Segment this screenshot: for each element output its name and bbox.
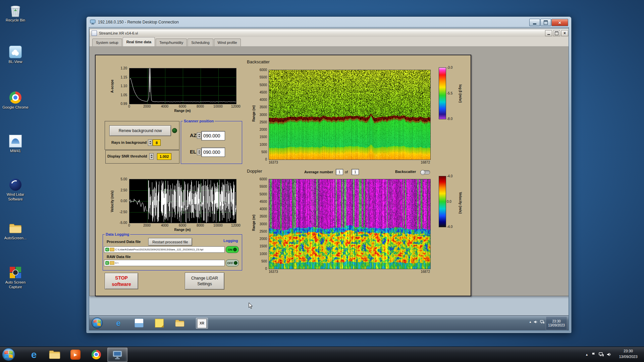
- tick-label: 0.00: [121, 199, 127, 203]
- raw-path-text: C:\: [115, 261, 118, 264]
- system-tray: ▲: [585, 347, 612, 362]
- desktop-icon-bl-view[interactable]: BL-View: [0, 44, 31, 64]
- backscatter-heatmap-canvas: [269, 70, 430, 160]
- remote-taskbar-ie[interactable]: e: [113, 318, 124, 328]
- hidden-icons-arrow[interactable]: ▲: [529, 320, 532, 323]
- tick-label: 4000: [161, 105, 168, 108]
- taskbar-chrome[interactable]: [87, 348, 106, 361]
- app-icon: [92, 31, 97, 36]
- slider-knob[interactable]: [420, 170, 425, 175]
- raw-path-field[interactable]: C C:\: [104, 260, 225, 266]
- desktop-icon-wind-lidar-software[interactable]: Wind Lidar Software: [0, 177, 31, 202]
- network-icon[interactable]: [599, 352, 604, 357]
- raw-logging-toggle[interactable]: OFF: [226, 259, 239, 266]
- tick-label: 4000: [161, 224, 168, 227]
- rdp-titlebar[interactable]: 192.168.0.150 - Remote Desktop Connectio…: [87, 17, 571, 27]
- scanner-position-title: Scanner position: [183, 119, 215, 123]
- tab-scheduling[interactable]: Scheduling: [187, 39, 213, 46]
- change-lidar-settings-button[interactable]: Change LiDAR Settings: [185, 273, 224, 290]
- remote-taskbar-app[interactable]: [133, 318, 145, 328]
- ascope-plot: [129, 68, 236, 104]
- tick-label: 500: [261, 259, 267, 263]
- doppler-colorbar-label: Velocity (m/s): [458, 182, 462, 224]
- host-clock[interactable]: 23:30 13/09/2023: [614, 348, 643, 360]
- app-titlebar[interactable]: StreamLine XR v14-6.vi ×: [90, 29, 569, 37]
- backscatter-colorbar-ticks: -3.0 -5.5 -8.0: [447, 67, 458, 119]
- ascope-x-ticks: 020004000600080001000012000: [129, 105, 236, 109]
- el-field[interactable]: 090.000: [201, 147, 225, 157]
- app-maximize-button[interactable]: [553, 30, 560, 36]
- start-button[interactable]: [2, 348, 15, 361]
- average-number-field[interactable]: 1: [336, 169, 343, 175]
- average-count-field[interactable]: 1: [352, 169, 359, 175]
- taskbar-ie[interactable]: e: [24, 348, 44, 361]
- tick-label: 5500: [260, 185, 267, 188]
- minimize-icon: [533, 23, 536, 24]
- tick-label: 10000: [213, 224, 223, 227]
- taskbar-explorer[interactable]: [45, 348, 64, 361]
- desktop-icon-autoscreen[interactable]: AutoScreen...: [0, 221, 31, 241]
- remote-taskbar-sticky-notes[interactable]: [154, 318, 165, 328]
- desktop-icon-recycle-bin[interactable]: Recycle Bin: [0, 3, 31, 23]
- tick-label: 4500: [260, 199, 267, 203]
- toggle-led-icon: [234, 261, 237, 265]
- close-icon: ×: [564, 31, 566, 35]
- desktop-icon-label: AutoScreen...: [0, 236, 31, 241]
- taskbar-remote-desktop[interactable]: [107, 348, 127, 362]
- desktop-icon-auto-screen-capture[interactable]: Auto Screen Capture: [0, 265, 31, 290]
- remote-taskbar-explorer[interactable]: [174, 318, 185, 328]
- rdp-minimize-button[interactable]: [529, 19, 540, 26]
- app-close-button[interactable]: ×: [561, 30, 568, 36]
- az-field[interactable]: 090.000: [201, 131, 225, 140]
- colorbar-tick: -4.0: [447, 225, 452, 229]
- remote-taskbar-streamline-xr[interactable]: XR: [196, 318, 208, 329]
- app-icon: [135, 318, 144, 327]
- maximize-icon: [555, 32, 558, 35]
- volume-icon[interactable]: [607, 352, 612, 357]
- processed-logging-toggle[interactable]: ON: [226, 246, 239, 253]
- remote-clock[interactable]: 23:30 13/09/2023: [546, 316, 567, 330]
- rdp-restore-button[interactable]: [540, 19, 551, 26]
- action-center-flag-icon[interactable]: [591, 352, 596, 357]
- rdp-close-button[interactable]: ×: [551, 19, 568, 26]
- desktop-icon-mw41[interactable]: MW41: [0, 133, 31, 154]
- tab-real-time-data[interactable]: Real time data: [123, 37, 155, 46]
- stop-software-button[interactable]: STOP software: [105, 273, 138, 289]
- tab-system-setup[interactable]: System setup: [92, 39, 122, 46]
- tab-wind-profile[interactable]: Wind profile: [214, 39, 241, 46]
- snr-value-field[interactable]: 1.002: [157, 153, 171, 160]
- volume-icon[interactable]: [534, 320, 538, 324]
- restart-processed-file-button[interactable]: Restart processed file: [148, 238, 192, 246]
- tick-label: 1.15: [121, 75, 127, 79]
- desktop-icon-google-chrome[interactable]: Google Chrome: [0, 90, 31, 110]
- backscatter-toggle-slider[interactable]: [420, 170, 430, 174]
- folder-icon: [0, 221, 31, 236]
- processed-path-field[interactable]: C C:\LidarA\Data\Proc\2023\202309\202309…: [104, 246, 225, 253]
- windows-orb-icon: [2, 348, 15, 361]
- panel-frame: A-scope 1.201.151.101.050.99 02000400060…: [95, 55, 471, 296]
- tick-label: 4000: [260, 207, 267, 211]
- network-icon[interactable]: [540, 320, 544, 324]
- hidden-icons-arrow[interactable]: ▲: [585, 353, 588, 356]
- tick-label: 0.99: [121, 102, 127, 106]
- az-spinner[interactable]: [197, 132, 201, 139]
- tick-label: 6000: [260, 177, 267, 181]
- el-spinner[interactable]: [197, 149, 201, 155]
- snr-spinner[interactable]: [149, 153, 154, 160]
- remote-start-button[interactable]: [91, 317, 103, 329]
- tick-label: 2500: [260, 120, 267, 124]
- doppler-colorbar: [439, 176, 446, 227]
- backscatter-toggle-label: Backscatter: [395, 170, 416, 174]
- processed-path-text: C:\LidarA\Data\Proc\2023\202309\20230913…: [115, 248, 203, 251]
- tab-temp-humidity[interactable]: Temp/humidity: [156, 39, 187, 46]
- tick-label: 500: [261, 150, 267, 154]
- minimize-icon: [547, 34, 550, 35]
- renew-background-button[interactable]: Renew background now: [109, 125, 171, 136]
- tick-label: 6000: [260, 68, 267, 72]
- rays-spinner[interactable]: [148, 139, 152, 146]
- doppler-x-start: 16373: [269, 270, 278, 274]
- rays-value-field[interactable]: 8: [153, 139, 161, 146]
- tick-label: 8000: [197, 224, 204, 227]
- app-minimize-button[interactable]: [545, 30, 552, 36]
- taskbar-media-player[interactable]: ▶: [66, 348, 85, 361]
